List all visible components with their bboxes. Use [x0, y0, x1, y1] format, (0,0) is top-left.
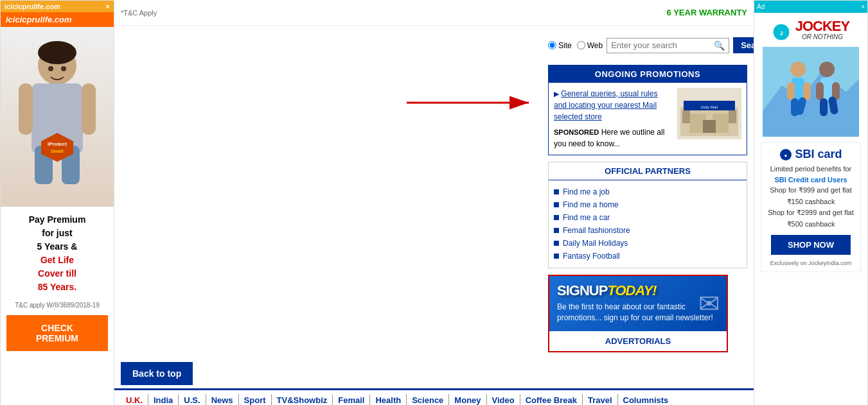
list-item: Find me a home: [554, 198, 741, 211]
jockey-tagline: OR NOTHING: [795, 33, 849, 40]
today-text: TODAY!: [607, 282, 656, 298]
email-icon: ✉: [698, 289, 720, 318]
sign-text: SIGN: [557, 282, 589, 298]
search-bar: Site Web 🔍 Search: [548, 32, 747, 58]
footer-nav-science[interactable]: Science: [407, 394, 449, 405]
content-row: Site Web 🔍 Search ONGOING: [114, 26, 754, 359]
sbi-text-label: SBI card: [795, 148, 842, 160]
footer-nav-news[interactable]: News: [206, 394, 239, 405]
partner-link-football[interactable]: Fantasy Football: [563, 252, 620, 261]
left-ad-highlight-text: Get LifeCover till85 Years.: [29, 254, 86, 294]
partner-link-car[interactable]: Find me a car: [563, 213, 610, 222]
back-to-top-button[interactable]: Back to top: [121, 362, 193, 385]
list-item: Find me a job: [554, 185, 741, 198]
radio-web-text: Web: [587, 41, 603, 50]
list-item: Femail fashionstore: [554, 224, 741, 237]
check-premium-button[interactable]: CHECK PREMIUM: [6, 315, 108, 351]
sbi-card-section: ● SBI card Limited period benefits for S…: [761, 142, 861, 272]
partner-link-job[interactable]: Find me a job: [563, 187, 610, 196]
ongoing-promotions-header: ONGOING PROMOTIONS: [549, 65, 747, 83]
main-content: *T&C Apply 6 YEAR WARRANTY: [114, 0, 754, 405]
sbi-offer: Shop for ₹999 and get flat ₹150 cashback…: [766, 185, 855, 230]
sbi-exclusive: Exclusively on JockeyIndia.com: [766, 260, 855, 266]
partner-bullet: [554, 189, 559, 194]
footer-nav: U.K. India U.S. News Sport TV&Showbiz Fe…: [114, 388, 754, 405]
footer-nav-us[interactable]: U.S.: [179, 394, 206, 405]
partner-link-home[interactable]: Find me a home: [563, 200, 619, 209]
left-ad-top-bar: icicicprulife.com ×: [1, 1, 114, 12]
svg-rect-5: [19, 83, 33, 135]
partner-bullet: [554, 202, 559, 207]
jockey-brand: JOCKEY: [795, 18, 849, 34]
up-text: UP: [589, 282, 608, 298]
partner-bullet: [554, 215, 559, 220]
arrow-area: [121, 83, 542, 122]
limited-period-text: Limited period benefits for: [770, 165, 852, 173]
sbi-icon-svg: ●: [779, 148, 792, 161]
search-radio-group: Site Web: [548, 41, 603, 50]
svg-text:●: ●: [784, 153, 788, 159]
left-ad-person-image: iProtect Smart: [1, 27, 114, 207]
signup-box: SIGNUPTODAY! Be the first to hear about …: [548, 275, 728, 352]
person-svg: iProtect Smart: [15, 40, 99, 194]
promo-link-text: General queries, usual rules and locatin…: [554, 89, 657, 121]
left-advertisement: icicicprulife.com × icicicprulife.com: [0, 0, 114, 405]
signup-title: SIGNUPTODAY!: [557, 284, 719, 298]
svg-rect-28: [787, 82, 795, 100]
advertorials-link[interactable]: ADVERTORIALS: [549, 331, 727, 351]
footer-nav-sport[interactable]: Sport: [239, 394, 272, 405]
partner-link-femail[interactable]: Femail fashionstore: [563, 226, 630, 235]
banner-warranty: 6 YEAR WARRANTY: [667, 8, 747, 17]
svg-rect-36: [820, 98, 828, 116]
jockey-persons-svg: [763, 47, 859, 137]
jockey-icon-svg: J: [772, 23, 790, 41]
signup-desc: Be the first to hear about our fantastic…: [557, 302, 719, 323]
jockey-logo: JOCKEY: [795, 19, 849, 33]
radio-site-text: Site: [558, 41, 572, 50]
partner-link-holidays[interactable]: Daily Mail Holidays: [563, 239, 628, 248]
footer-nav-tvshowbiz[interactable]: TV&Showbiz: [272, 394, 333, 405]
sbi-offer1: Shop for ₹999 and get flat ₹150 cashback: [770, 186, 851, 205]
radio-web-label[interactable]: Web: [577, 41, 603, 50]
partner-bullet: [554, 254, 559, 259]
footer-nav-coffee[interactable]: Coffee Break: [520, 394, 583, 405]
footer-nav-money[interactable]: Money: [449, 394, 486, 405]
sbi-limited-period: Limited period benefits for SBI Credit c…: [766, 164, 855, 185]
svg-rect-34: [816, 82, 824, 100]
svg-point-7: [48, 66, 53, 71]
right-ad-close-icon[interactable]: ×: [861, 3, 865, 10]
jockey-header: J JOCKEY OR NOTHING: [772, 19, 849, 44]
shop-now-button[interactable]: SHOP NOW: [771, 235, 851, 255]
footer-nav-columnists[interactable]: Columnists: [618, 394, 674, 405]
radio-web[interactable]: [577, 41, 585, 49]
svg-text:iProtect: iProtect: [48, 141, 67, 147]
footer-nav-india[interactable]: India: [148, 394, 179, 405]
jockey-image: [763, 47, 859, 137]
ongoing-promotions-section: ONGOING PROMOTIONS ▶ General queries, us…: [548, 65, 747, 155]
footer-nav-uk[interactable]: U.K.: [121, 394, 148, 405]
svg-rect-20: [703, 120, 716, 133]
svg-text:J: J: [779, 30, 783, 37]
footer-nav-health[interactable]: Health: [370, 394, 407, 405]
svg-rect-6: [82, 83, 96, 135]
svg-point-32: [819, 62, 835, 77]
search-input-wrapper: 🔍: [607, 38, 729, 53]
jockey-ad: J JOCKEY OR NOTHING: [754, 13, 867, 405]
center-area: [121, 32, 542, 352]
footer-nav-femail[interactable]: Femail: [333, 394, 370, 405]
promo-image: Daily Mail: [677, 88, 741, 139]
partner-bullet: [554, 228, 559, 233]
list-item: Daily Mail Holidays: [554, 237, 741, 250]
svg-rect-22: [729, 110, 736, 123]
search-icon-button[interactable]: 🔍: [714, 40, 725, 51]
promo-arrow: ▶: [554, 90, 559, 98]
search-input[interactable]: [611, 40, 714, 50]
footer-nav-travel[interactable]: Travel: [583, 394, 618, 405]
partner-bullet: [554, 241, 559, 246]
promo-link[interactable]: General queries, usual rules and locatin…: [554, 89, 657, 121]
radio-site-label[interactable]: Site: [548, 41, 572, 50]
left-ad-close-icon[interactable]: ×: [106, 3, 110, 10]
footer-nav-video[interactable]: Video: [487, 394, 520, 405]
radio-site[interactable]: [548, 41, 556, 49]
red-arrow-svg: [400, 83, 542, 122]
